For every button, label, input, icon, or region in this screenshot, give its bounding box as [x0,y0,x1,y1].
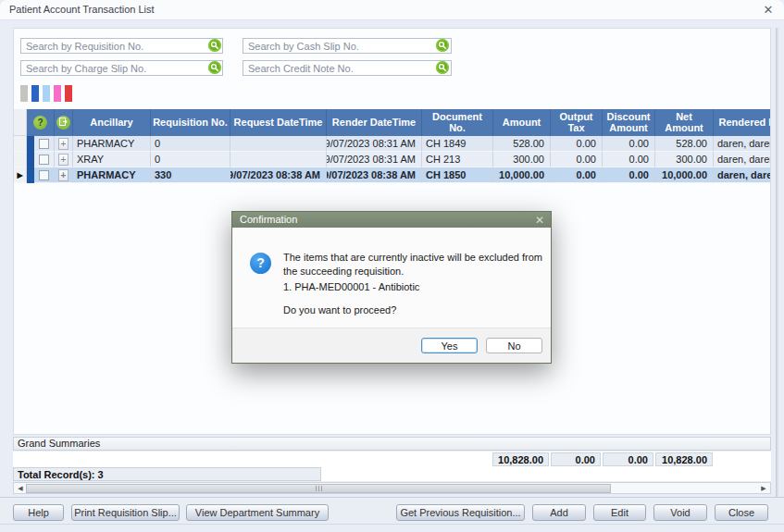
cell-amount: 528.00 [493,136,551,152]
cell-discount-amount: 0.00 [603,167,655,183]
yes-button[interactable]: Yes [421,338,478,353]
cell-amount: 300.00 [493,152,551,167]
summary-values-row: 10,828.00 0.00 0.00 10,828.00 [13,452,771,467]
table-row[interactable]: + PHARMACY 0 09/07/2023 08:31 AM CH 1849… [14,136,771,152]
cell-request-datetime: 09/07/2023 08:38 AM [230,167,327,183]
row-category-color-bar [27,152,34,167]
summary-discount-amount: 0.00 [603,452,653,466]
cell-requisition-no: 330 [151,167,230,183]
legend-blue-swatch [31,85,39,102]
cell-document-no: CH 213 [422,152,493,167]
expand-row-button[interactable]: + [58,138,68,150]
add-button[interactable]: Add [532,504,586,521]
grand-summaries-label: Grand Summaries [18,438,100,449]
summary-amount: 10,828.00 [492,452,549,466]
row-expand-cell: + [55,136,73,152]
export-column-header[interactable] [55,109,73,136]
cell-output-tax: 0.00 [551,167,603,183]
cell-net-amount: 10,000.00 [655,167,714,183]
help-button[interactable]: Help [13,504,64,521]
void-button[interactable]: Void [653,504,707,521]
confirmation-dialog-body: ? The items that are currently inactive … [232,228,551,328]
search-icon[interactable] [208,39,221,52]
row-checkbox[interactable] [39,170,49,180]
row-checkbox-cell [34,167,55,183]
edit-button[interactable]: Edit [593,504,646,521]
table-row[interactable]: + XRAY 0 09/07/2023 08:31 AM CH 213 300.… [14,152,771,167]
dialog-message: The items that are currently inactive wi… [283,251,548,278]
search-icon[interactable] [436,61,449,74]
window-title: Patient Account Transaction List [9,4,155,15]
search-credit-note-input[interactable] [243,60,452,76]
row-indicator-cell [14,152,27,167]
question-mark-icon: ? [250,253,271,274]
no-button[interactable]: No [486,338,542,353]
transactions-grid: ? Ancillary Requisition No. Request Date… [14,109,771,183]
column-header-ancillary[interactable]: Ancillary [73,109,151,136]
cell-render-datetime: 09/07/2023 08:31 AM [327,152,422,167]
legend-lightblue-swatch [43,85,50,102]
column-header-render-datetime[interactable]: Render DateTime [327,109,422,136]
search-icon[interactable] [436,39,449,52]
search-cash-slip-input[interactable] [243,38,452,54]
column-header-document-no[interactable]: Document No. [422,109,493,136]
window-titlebar: Patient Account Transaction List ✕ [0,0,784,20]
row-color-legend [20,85,72,102]
scroll-right-icon[interactable]: ▶ [758,483,769,493]
cell-net-amount: 528.00 [655,136,714,152]
row-expand-cell: + [55,167,73,183]
close-button[interactable]: Close [715,504,768,521]
expand-row-button[interactable]: + [58,169,68,181]
expand-row-button[interactable]: + [58,154,68,166]
summary-net-amount: 10,828.00 [655,452,713,466]
row-indicator-cell [14,136,27,152]
column-header-request-datetime[interactable]: Request DateTime [230,109,327,136]
horizontal-scrollbar[interactable]: ◀ ▶ [13,482,771,494]
summary-output-tax: 0.00 [551,452,601,466]
export-form-icon[interactable] [56,116,70,130]
get-previous-requisition-button[interactable]: Get Previous Requisition... [396,504,525,521]
view-department-summary-button[interactable]: View Department Summary [186,504,329,521]
grid-header-row: ? Ancillary Requisition No. Request Date… [14,109,771,136]
row-category-color-bar [27,136,34,152]
cell-rendered-by: daren, daren [714,167,771,183]
cell-document-no: CH 1849 [422,136,493,152]
row-checkbox-cell [34,136,55,152]
dialog-close-icon[interactable]: ✕ [535,213,544,229]
column-header-amount[interactable]: Amount [493,109,551,136]
grand-summaries-bar: Grand Summaries [13,437,771,451]
table-row-selected[interactable]: ▶ + PHARMACY 330 09/07/2023 08:38 AM 09/… [14,167,771,183]
help-column-header[interactable]: ? [27,109,55,136]
search-charge-slip-input[interactable] [20,60,223,76]
cell-rendered-by: daren, daren [714,136,771,152]
row-indicator-header [14,109,27,136]
column-header-discount-amount[interactable]: Discount Amount [603,109,655,136]
help-icon[interactable]: ? [33,116,47,130]
current-row-indicator: ▶ [14,167,27,183]
cell-output-tax: 0.00 [551,152,603,167]
column-header-rendered-by[interactable]: Rendered By [714,109,771,136]
cell-amount: 10,000.00 [493,167,551,183]
row-checkbox-cell [34,152,55,167]
dialog-inactive-item: 1. PHA-MED00001 - Antibiotic [283,281,419,292]
row-checkbox[interactable] [39,155,49,165]
legend-gray-swatch [20,85,28,102]
cell-request-datetime [230,152,327,167]
row-expand-cell: + [55,152,73,167]
cell-discount-amount: 0.00 [603,136,655,152]
search-icon[interactable] [208,61,221,74]
search-requisition-input[interactable] [20,38,223,54]
cell-discount-amount: 0.00 [603,152,655,167]
scroll-left-icon[interactable]: ◀ [15,483,26,493]
cell-output-tax: 0.00 [551,136,603,152]
cell-render-datetime: 09/07/2023 08:38 AM [327,167,422,183]
close-icon[interactable]: ✕ [760,2,777,19]
cell-render-datetime: 09/07/2023 08:31 AM [327,136,422,152]
column-header-net-amount[interactable]: Net Amount [655,109,714,136]
row-checkbox[interactable] [39,139,49,149]
scrollbar-thumb[interactable] [26,484,611,493]
column-header-output-tax[interactable]: Output Tax [551,109,603,136]
print-requisition-slip-button[interactable]: Print Requisition Slip... [71,504,180,521]
confirmation-dialog-titlebar: Confirmation ✕ [232,212,551,228]
column-header-requisition-no[interactable]: Requisition No. [151,109,230,136]
